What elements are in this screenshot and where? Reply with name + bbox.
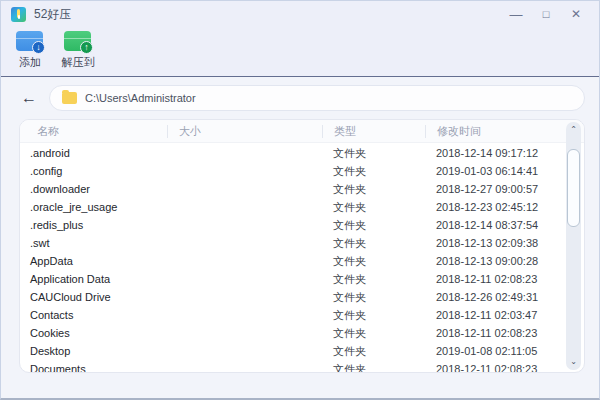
column-header-modified[interactable]: 修改时间 bbox=[425, 125, 584, 138]
table-row[interactable]: .downloader文件夹2018-12-27 09:00:57 bbox=[20, 180, 568, 198]
address-bar[interactable]: C:\Users\Administrator bbox=[49, 85, 585, 111]
cell-name: .redis_plus bbox=[20, 219, 167, 231]
cell-type: 文件夹 bbox=[322, 254, 425, 269]
table-row[interactable]: CAUCloud Drive文件夹2018-12-26 02:49:31 bbox=[20, 288, 568, 306]
cell-type: 文件夹 bbox=[322, 236, 425, 251]
app-window: 52好压 — □ ✕ ↓ 添加 ↑ 解压到 ← C:\Users\Adm bbox=[0, 0, 600, 400]
cell-type: 文件夹 bbox=[322, 146, 425, 161]
extract-button-label: 解压到 bbox=[62, 55, 95, 70]
cell-modified: 2018-12-26 02:49:31 bbox=[425, 291, 568, 303]
maximize-button[interactable]: □ bbox=[533, 4, 559, 24]
cell-name: .oracle_jre_usage bbox=[20, 201, 167, 213]
cell-modified: 2018-12-14 08:37:54 bbox=[425, 219, 568, 231]
scrollbar[interactable]: ⌃ ⌄ bbox=[566, 122, 581, 370]
cell-modified: 2018-12-27 09:00:57 bbox=[425, 183, 568, 195]
column-header-type[interactable]: 类型 bbox=[322, 125, 425, 138]
cell-name: .android bbox=[20, 147, 167, 159]
cell-type: 文件夹 bbox=[322, 218, 425, 233]
table-row[interactable]: .redis_plus文件夹2018-12-14 08:37:54 bbox=[20, 216, 568, 234]
cell-type: 文件夹 bbox=[322, 272, 425, 287]
table-row[interactable]: .android文件夹2018-12-14 09:17:12 bbox=[20, 144, 568, 162]
cell-modified: 2019-01-08 02:11:05 bbox=[425, 345, 568, 357]
folder-icon bbox=[62, 92, 77, 104]
column-header-size[interactable]: 大小 bbox=[167, 125, 322, 138]
archive-extract-icon: ↑ bbox=[63, 29, 93, 53]
extract-to-button[interactable]: ↑ 解压到 bbox=[61, 29, 95, 70]
minimize-button[interactable]: — bbox=[503, 4, 529, 24]
navigation-bar: ← C:\Users\Administrator bbox=[1, 77, 599, 119]
cell-type: 文件夹 bbox=[322, 290, 425, 305]
cell-modified: 2018-12-11 02:03:47 bbox=[425, 309, 568, 321]
table-row[interactable]: Application Data文件夹2018-12-11 02:08:23 bbox=[20, 270, 568, 288]
scroll-down-icon[interactable]: ⌄ bbox=[566, 355, 581, 369]
toolbar: ↓ 添加 ↑ 解压到 bbox=[1, 27, 599, 77]
cell-modified: 2018-12-23 02:45:12 bbox=[425, 201, 568, 213]
cell-name: Application Data bbox=[20, 273, 167, 285]
cell-name: Cookies bbox=[20, 327, 167, 339]
cell-name: .config bbox=[20, 165, 167, 177]
table-row[interactable]: .oracle_jre_usage文件夹2018-12-23 02:45:12 bbox=[20, 198, 568, 216]
archive-add-icon: ↓ bbox=[15, 29, 45, 53]
cell-type: 文件夹 bbox=[322, 308, 425, 323]
cell-type: 文件夹 bbox=[322, 362, 425, 374]
table-row[interactable]: AppData文件夹2018-12-13 09:00:28 bbox=[20, 252, 568, 270]
cell-type: 文件夹 bbox=[322, 200, 425, 215]
cell-name: Documents bbox=[20, 363, 167, 373]
cell-modified: 2018-12-13 02:09:38 bbox=[425, 237, 568, 249]
file-rows: .android文件夹2018-12-14 09:17:12.config文件夹… bbox=[20, 144, 568, 372]
cell-name: .swt bbox=[20, 237, 167, 249]
cell-name: Desktop bbox=[20, 345, 167, 357]
cell-type: 文件夹 bbox=[322, 326, 425, 341]
titlebar: 52好压 — □ ✕ bbox=[1, 1, 599, 27]
window-title: 52好压 bbox=[34, 6, 71, 23]
cell-type: 文件夹 bbox=[322, 344, 425, 359]
cell-name: CAUCloud Drive bbox=[20, 291, 167, 303]
cell-modified: 2018-12-11 02:08:23 bbox=[425, 363, 568, 373]
table-row[interactable]: Documents文件夹2018-12-11 02:08:23 bbox=[20, 360, 568, 373]
table-row[interactable]: Cookies文件夹2018-12-11 02:08:23 bbox=[20, 324, 568, 342]
cell-name: Contacts bbox=[20, 309, 167, 321]
table-row[interactable]: Contacts文件夹2018-12-11 02:03:47 bbox=[20, 306, 568, 324]
back-button[interactable]: ← bbox=[21, 90, 37, 106]
scroll-up-icon[interactable]: ⌃ bbox=[566, 123, 581, 137]
column-header-name[interactable]: 名称 bbox=[20, 124, 167, 139]
cell-modified: 2018-12-13 09:00:28 bbox=[425, 255, 568, 267]
app-logo-icon bbox=[11, 7, 26, 22]
file-list-panel: 名称 大小 类型 修改时间 .android文件夹2018-12-14 09:1… bbox=[19, 119, 585, 373]
cell-modified: 2018-12-14 09:17:12 bbox=[425, 147, 568, 159]
cell-modified: 2018-12-11 02:08:23 bbox=[425, 327, 568, 339]
table-row[interactable]: .swt文件夹2018-12-13 02:09:38 bbox=[20, 234, 568, 252]
cell-modified: 2019-01-03 06:14:41 bbox=[425, 165, 568, 177]
cell-modified: 2018-12-11 02:08:23 bbox=[425, 273, 568, 285]
cell-name: AppData bbox=[20, 255, 167, 267]
list-header: 名称 大小 类型 修改时间 bbox=[20, 120, 584, 143]
window-controls: — □ ✕ bbox=[503, 4, 589, 24]
close-button[interactable]: ✕ bbox=[563, 4, 589, 24]
cell-type: 文件夹 bbox=[322, 164, 425, 179]
scrollbar-thumb[interactable] bbox=[567, 149, 580, 227]
address-path: C:\Users\Administrator bbox=[85, 92, 196, 104]
table-row[interactable]: .config文件夹2019-01-03 06:14:41 bbox=[20, 162, 568, 180]
add-button[interactable]: ↓ 添加 bbox=[13, 29, 47, 70]
cell-name: .downloader bbox=[20, 183, 167, 195]
table-row[interactable]: Desktop文件夹2019-01-08 02:11:05 bbox=[20, 342, 568, 360]
cell-type: 文件夹 bbox=[322, 182, 425, 197]
add-button-label: 添加 bbox=[19, 55, 41, 70]
